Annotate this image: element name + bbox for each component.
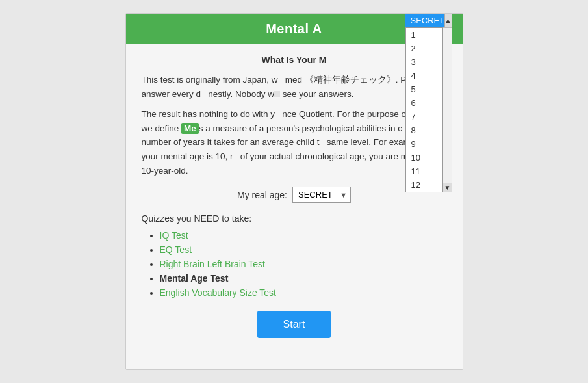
eq-test-link[interactable]: EQ Test [160, 244, 192, 255]
dropdown-item[interactable]: 3 [406, 55, 442, 69]
age-select-wrapper: SECRET 123 456 789 101112 ▼ [292, 187, 351, 203]
scrollbar-track: ▼ [443, 27, 452, 192]
age-select[interactable]: SECRET 123 456 789 101112 [292, 187, 351, 203]
list-item: English Vocabulary Size Test [160, 287, 447, 298]
dropdown-item[interactable]: 12 [406, 178, 442, 192]
dropdown-item[interactable]: 11 [406, 165, 442, 178]
dropdown-selected[interactable]: SECRET [405, 14, 444, 27]
dropdown-overlay: SECRET ▲ 1 2 3 4 5 6 7 8 9 10 11 [405, 14, 452, 192]
dropdown-list-container: 1 2 3 4 5 6 7 8 9 10 11 12 ▼ [405, 27, 452, 192]
dropdown-item[interactable]: 5 [406, 83, 442, 96]
right-brain-link[interactable]: Right Brain Left Brain Test [160, 259, 265, 269]
description-para1: This test is originally from Japan, w me… [142, 73, 447, 101]
dropdown-item[interactable]: 2 [406, 42, 442, 55]
list-item: IQ Test [160, 230, 447, 241]
dropdown-item[interactable]: 6 [406, 96, 442, 110]
dropdown-item[interactable]: 8 [406, 124, 442, 137]
quizzes-label: Quizzes you NEED to take: [142, 213, 447, 224]
list-item: Right Brain Left Brain Test [160, 259, 447, 269]
header-title: Mental A [266, 21, 322, 36]
page-subtitle: What Is Your M [142, 55, 447, 65]
age-row: My real age: SECRET 123 456 789 101112 ▼ [142, 187, 447, 203]
dropdown-item[interactable]: 4 [406, 69, 442, 83]
iq-test-link[interactable]: IQ Test [160, 230, 188, 241]
scroll-down-btn[interactable]: ▼ [443, 183, 452, 192]
start-button[interactable]: Start [257, 311, 331, 338]
main-card: Mental A What Is Your M This test is ori… [125, 13, 463, 370]
scroll-up-btn[interactable]: ▲ [444, 14, 452, 27]
scrollbar-space [443, 28, 452, 183]
start-btn-row: Start [142, 311, 447, 338]
list-item-current: Mental Age Test [160, 273, 447, 284]
description-para2: The result has nothing to do with y nce … [142, 107, 447, 178]
vocab-test-link[interactable]: English Vocabulary Size Test [160, 287, 277, 298]
quizzes-list: IQ Test EQ Test Right Brain Left Brain T… [142, 230, 447, 298]
dropdown-selected-label: SECRET [411, 16, 445, 25]
dropdown-item[interactable]: 7 [406, 110, 442, 124]
dropdown-item[interactable]: 1 [406, 28, 442, 42]
dropdown-list: 1 2 3 4 5 6 7 8 9 10 11 12 [405, 27, 443, 192]
dropdown-item[interactable]: 9 [406, 137, 442, 151]
highlight-mental: Me [181, 123, 199, 134]
age-label: My real age: [237, 190, 287, 200]
dropdown-item[interactable]: 10 [406, 151, 442, 165]
list-item: EQ Test [160, 244, 447, 255]
description-block: This test is originally from Japan, w me… [142, 73, 447, 178]
